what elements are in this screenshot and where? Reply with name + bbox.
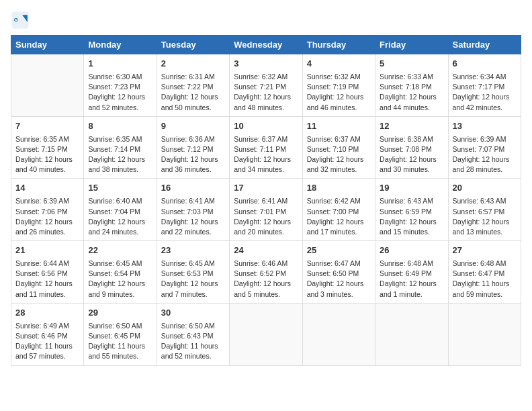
calendar-cell: 11Sunrise: 6:37 AMSunset: 7:10 PMDayligh…	[302, 116, 375, 179]
cell-info-line: Sunrise: 6:37 AM	[234, 134, 298, 144]
cell-info-line: and 50 minutes.	[161, 103, 225, 113]
day-number: 23	[161, 244, 225, 257]
day-number: 1	[88, 58, 152, 71]
calendar-cell: 9Sunrise: 6:36 AMSunset: 7:12 PMDaylight…	[157, 116, 229, 179]
cell-info-line: and 46 minutes.	[307, 103, 371, 113]
day-number: 10	[234, 120, 298, 133]
day-number: 2	[161, 58, 225, 71]
calendar-cell: 21Sunrise: 6:44 AMSunset: 6:56 PMDayligh…	[11, 241, 84, 304]
cell-info-line: Sunset: 7:07 PM	[453, 144, 517, 154]
cell-info-line: and 59 minutes.	[453, 289, 517, 300]
day-number: 9	[161, 120, 225, 133]
cell-info-line: Sunset: 7:17 PM	[453, 82, 517, 92]
week-row-1: 1Sunrise: 6:30 AMSunset: 7:23 PMDaylight…	[11, 54, 521, 117]
calendar-cell: 3Sunrise: 6:32 AMSunset: 7:21 PMDaylight…	[230, 54, 302, 117]
cell-info-line: Sunrise: 6:45 AM	[88, 259, 152, 269]
cell-info-line: and 17 minutes.	[307, 227, 371, 237]
weekday-header-friday: Friday	[375, 36, 448, 54]
week-row-4: 21Sunrise: 6:44 AMSunset: 6:56 PMDayligh…	[11, 241, 521, 304]
weekday-header-wednesday: Wednesday	[230, 36, 302, 54]
cell-info-line: Sunset: 6:43 PM	[161, 331, 225, 341]
day-number: 4	[307, 58, 371, 71]
cell-info-line: Sunrise: 6:48 AM	[453, 259, 517, 269]
cell-info-line: Sunset: 6:45 PM	[88, 331, 152, 341]
cell-info-line: Daylight: 11 hours	[453, 279, 517, 289]
calendar-cell: 16Sunrise: 6:41 AMSunset: 7:03 PMDayligh…	[157, 179, 229, 241]
week-row-3: 14Sunrise: 6:39 AMSunset: 7:06 PMDayligh…	[11, 179, 521, 241]
cell-info-line: Daylight: 12 hours	[307, 279, 371, 289]
cell-info-line: and 9 minutes.	[88, 289, 152, 300]
cell-info-line: Sunset: 7:12 PM	[161, 144, 225, 154]
cell-info-line: Daylight: 12 hours	[380, 154, 443, 165]
weekday-header-saturday: Saturday	[448, 36, 521, 54]
calendar-cell: 1Sunrise: 6:30 AMSunset: 7:23 PMDaylight…	[84, 54, 157, 117]
day-number: 5	[380, 58, 443, 71]
cell-info-line: Sunrise: 6:47 AM	[307, 259, 371, 269]
day-number: 25	[307, 244, 371, 257]
day-number: 11	[307, 120, 371, 133]
cell-info-line: Daylight: 11 hours	[88, 341, 152, 351]
page-header: G	[11, 11, 521, 30]
cell-info-line: Sunset: 7:14 PM	[88, 144, 152, 154]
day-number: 6	[453, 58, 517, 71]
day-number: 30	[161, 307, 225, 320]
weekday-header-monday: Monday	[84, 36, 157, 54]
cell-info-line: Daylight: 12 hours	[161, 279, 225, 289]
cell-info-line: Sunrise: 6:35 AM	[15, 134, 79, 144]
calendar-cell: 19Sunrise: 6:43 AMSunset: 6:59 PMDayligh…	[375, 179, 448, 241]
cell-info-line: Daylight: 12 hours	[234, 279, 298, 289]
weekday-header-thursday: Thursday	[302, 36, 375, 54]
cell-info-line: Daylight: 12 hours	[88, 92, 152, 102]
cell-info-line: Sunrise: 6:41 AM	[234, 196, 298, 206]
cell-info-line: and 34 minutes.	[234, 165, 298, 175]
cell-info-line: Daylight: 12 hours	[234, 92, 298, 102]
calendar-cell: 20Sunrise: 6:43 AMSunset: 6:57 PMDayligh…	[448, 179, 521, 241]
cell-info-line: and 38 minutes.	[88, 165, 152, 175]
cell-info-line: and 15 minutes.	[380, 227, 443, 237]
weekday-header-sunday: Sunday	[11, 36, 84, 54]
cell-info-line: Daylight: 12 hours	[88, 154, 152, 165]
calendar-cell: 27Sunrise: 6:48 AMSunset: 6:47 PMDayligh…	[448, 241, 521, 304]
cell-info-line: and 3 minutes.	[307, 289, 371, 300]
svg-text:G: G	[14, 17, 18, 23]
day-number: 22	[88, 244, 152, 257]
cell-info-line: and 30 minutes.	[380, 165, 443, 175]
day-number: 29	[88, 307, 152, 320]
calendar-cell: 4Sunrise: 6:32 AMSunset: 7:19 PMDaylight…	[302, 54, 375, 117]
cell-info-line: Sunrise: 6:45 AM	[161, 259, 225, 269]
cell-info-line: Sunrise: 6:32 AM	[307, 72, 371, 82]
day-number: 27	[453, 244, 517, 257]
cell-info-line: and 1 minute.	[380, 289, 443, 300]
day-number: 19	[380, 182, 443, 195]
weekday-header-row: SundayMondayTuesdayWednesdayThursdayFrid…	[11, 36, 521, 54]
cell-info-line: Daylight: 12 hours	[307, 92, 371, 102]
calendar-cell: 22Sunrise: 6:45 AMSunset: 6:54 PMDayligh…	[84, 241, 157, 304]
calendar-cell: 24Sunrise: 6:46 AMSunset: 6:52 PMDayligh…	[230, 241, 302, 304]
calendar-cell: 17Sunrise: 6:41 AMSunset: 7:01 PMDayligh…	[230, 179, 302, 241]
cell-info-line: and 28 minutes.	[453, 165, 517, 175]
cell-info-line: Sunset: 6:50 PM	[307, 269, 371, 279]
cell-info-line: Daylight: 12 hours	[380, 279, 443, 289]
cell-info-line: Sunset: 7:22 PM	[161, 82, 225, 92]
cell-info-line: Sunrise: 6:46 AM	[234, 259, 298, 269]
cell-info-line: Daylight: 12 hours	[161, 92, 225, 102]
cell-info-line: Daylight: 12 hours	[88, 279, 152, 289]
day-number: 20	[453, 182, 517, 195]
cell-info-line: and 48 minutes.	[234, 103, 298, 113]
calendar-cell: 18Sunrise: 6:42 AMSunset: 7:00 PMDayligh…	[302, 179, 375, 241]
cell-info-line: Daylight: 12 hours	[453, 154, 517, 165]
cell-info-line: Sunset: 6:52 PM	[234, 269, 298, 279]
cell-info-line: Sunrise: 6:30 AM	[88, 72, 152, 82]
cell-info-line: Sunset: 7:03 PM	[161, 207, 225, 217]
calendar-cell: 10Sunrise: 6:37 AMSunset: 7:11 PMDayligh…	[230, 116, 302, 179]
cell-info-line: Sunset: 6:54 PM	[88, 269, 152, 279]
calendar-cell: 2Sunrise: 6:31 AMSunset: 7:22 PMDaylight…	[157, 54, 229, 117]
calendar-cell: 25Sunrise: 6:47 AMSunset: 6:50 PMDayligh…	[302, 241, 375, 304]
cell-info-line: and 20 minutes.	[234, 227, 298, 237]
cell-info-line: Sunrise: 6:50 AM	[161, 321, 225, 331]
cell-info-line: Sunset: 6:46 PM	[15, 331, 79, 341]
logo: G	[11, 11, 32, 30]
cell-info-line: and 26 minutes.	[15, 227, 79, 237]
cell-info-line: Daylight: 12 hours	[234, 154, 298, 165]
cell-info-line: Sunrise: 6:33 AM	[380, 72, 443, 82]
